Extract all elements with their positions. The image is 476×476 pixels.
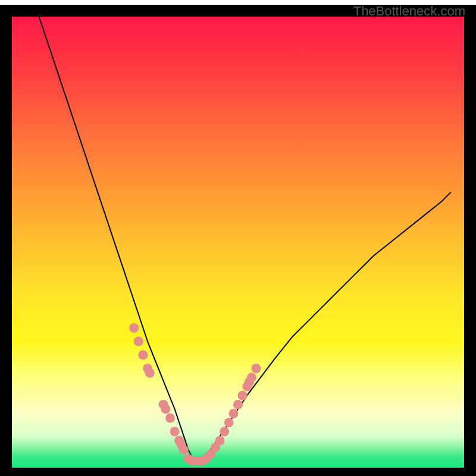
svg-point-7 [165,414,175,423]
svg-point-24 [238,391,248,400]
svg-point-28 [251,364,261,373]
svg-point-8 [170,427,180,436]
bottleneck-chart [0,0,476,476]
svg-point-27 [247,372,256,382]
svg-point-20 [220,427,229,436]
svg-point-4 [145,368,155,378]
svg-point-21 [224,418,234,427]
svg-point-6 [161,404,170,414]
svg-point-19 [215,436,225,446]
watermark-text: TheBottleneck.com [353,4,465,19]
svg-point-1 [134,337,143,346]
svg-point-0 [129,323,139,333]
svg-point-22 [228,409,238,418]
svg-point-11 [179,445,189,455]
svg-point-2 [138,350,148,360]
svg-point-23 [233,400,243,409]
chart-container: TheBottleneck.com [0,0,476,476]
